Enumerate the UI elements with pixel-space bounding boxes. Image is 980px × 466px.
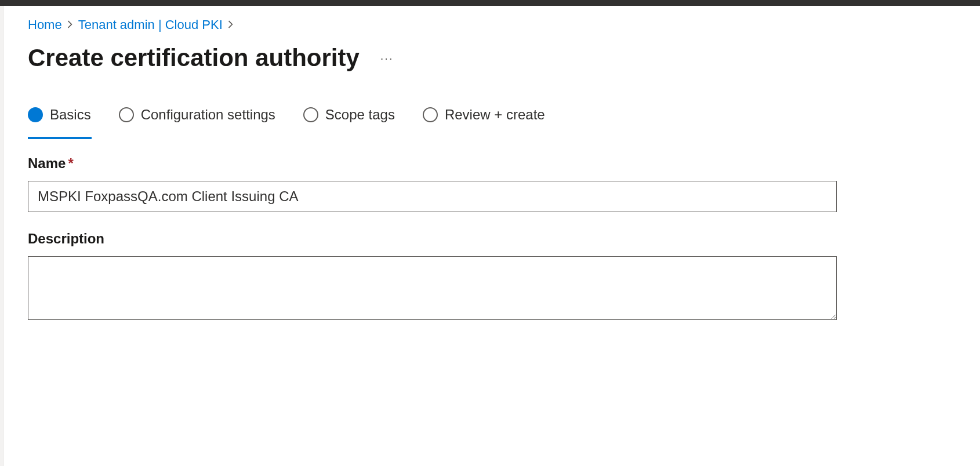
- required-indicator: *: [68, 155, 73, 171]
- tab-label: Basics: [50, 107, 91, 123]
- breadcrumb-home[interactable]: Home: [28, 17, 62, 32]
- chevron-right-icon: [67, 19, 74, 31]
- name-label: Name*: [28, 155, 952, 172]
- top-bar: [0, 0, 980, 6]
- more-actions-button[interactable]: ···: [376, 49, 398, 67]
- name-input[interactable]: [28, 181, 837, 212]
- page-title: Create certification authority: [28, 44, 360, 72]
- tab-label: Scope tags: [325, 107, 395, 123]
- tab-scope-tags[interactable]: Scope tags: [303, 107, 395, 130]
- step-indicator-icon: [303, 107, 318, 122]
- description-label: Description: [28, 231, 952, 247]
- step-indicator-active-icon: [28, 107, 43, 122]
- left-edge: [0, 6, 3, 352]
- wizard-tabs: Basics Configuration settings Scope tags…: [28, 107, 952, 130]
- description-input[interactable]: [28, 256, 837, 320]
- tab-review-create[interactable]: Review + create: [423, 107, 545, 130]
- tab-label: Review + create: [445, 107, 545, 123]
- step-indicator-icon: [423, 107, 438, 122]
- breadcrumb: Home Tenant admin | Cloud PKI: [28, 17, 952, 32]
- tab-configuration-settings[interactable]: Configuration settings: [119, 107, 275, 130]
- tab-label: Configuration settings: [141, 107, 275, 123]
- tab-basics[interactable]: Basics: [28, 107, 91, 130]
- chevron-right-icon: [227, 19, 234, 31]
- breadcrumb-tenant-admin[interactable]: Tenant admin | Cloud PKI: [78, 17, 223, 32]
- step-indicator-icon: [119, 107, 134, 122]
